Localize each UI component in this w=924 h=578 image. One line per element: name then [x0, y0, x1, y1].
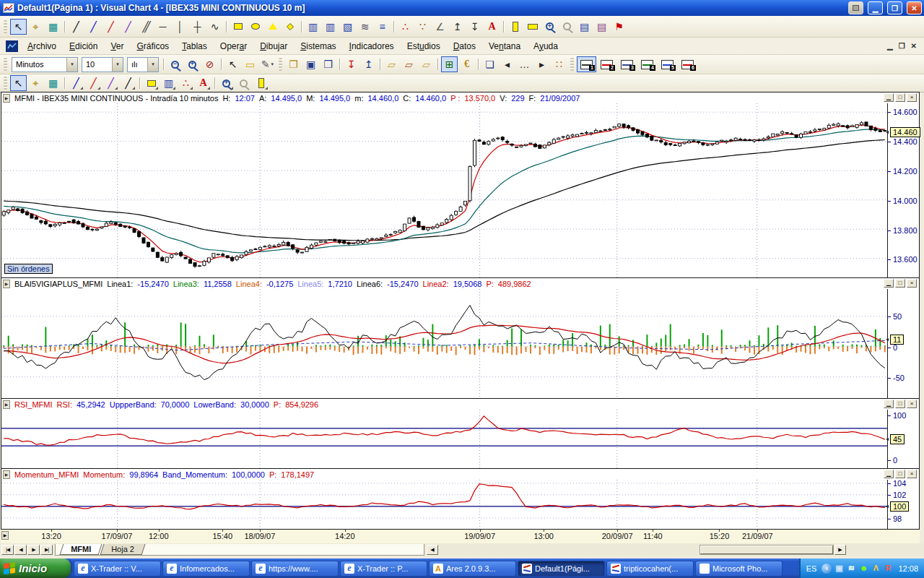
flag-tool[interactable]: ⚑ [611, 19, 627, 35]
export-data-button[interactable]: ↥ [360, 56, 377, 72]
sheet-tab-hoja-2[interactable]: Hoja 2 [100, 544, 146, 555]
manage-symbols-button[interactable]: ▱ [401, 56, 417, 72]
trendline-red-2[interactable]: ╱ [85, 75, 102, 91]
show-stats-tool[interactable]: ▤ [593, 19, 610, 35]
menu-graficos[interactable]: Gráficos [130, 40, 175, 53]
volume-tray-icon[interactable]: ≋ [846, 563, 856, 574]
broker-key-button[interactable]: € [458, 56, 475, 72]
zoom-restore-tool-2[interactable] [235, 75, 252, 91]
sheet-nav-prev[interactable]: ◀ [14, 545, 27, 555]
mdi-restore-icon[interactable]: ❐ [899, 42, 905, 50]
taskbar-task[interactable]: tripticocahen(... [606, 561, 694, 577]
panel-collapse-button[interactable]: ▶ [3, 400, 10, 409]
trendline-black-2[interactable]: ╱ [120, 75, 136, 91]
trendline-blue-2[interactable]: ╱ [68, 75, 84, 91]
panel-minimize-icon[interactable]: ▁ [884, 279, 894, 288]
next-page-button[interactable]: ▸ [533, 56, 550, 72]
view-3-button[interactable]: 3 [617, 56, 637, 72]
open-button[interactable]: ❐ [285, 56, 302, 72]
panel-collapse-button[interactable]: ▶ [3, 94, 10, 103]
chart-window-icon[interactable] [6, 40, 18, 52]
registry-tray-icon[interactable]: R [883, 563, 893, 574]
menu-sistemas[interactable]: Sistemas [294, 40, 342, 53]
menu-indicadores[interactable]: Indicadores [343, 40, 401, 53]
arrow-up-tool[interactable]: ↥ [449, 19, 466, 35]
panel-close-icon[interactable]: × [907, 470, 917, 478]
scrollbar-track[interactable] [699, 545, 834, 555]
price-plot[interactable]: Sin órdenes [1, 103, 887, 277]
time-axis-plot[interactable]: ▶ 13:2017/09/0712:0015:4018/09/0714:2019… [1, 530, 888, 543]
diamond-tool[interactable] [282, 19, 298, 35]
curve-tool[interactable]: ∿ [206, 19, 223, 35]
pattern-box-tool[interactable]: ▦ [45, 19, 61, 35]
view-2-button[interactable]: 2 [597, 56, 616, 72]
momentum-axis[interactable]: 10410298100 [887, 480, 919, 529]
scatter-marks-tool-2[interactable]: ∴ [178, 75, 194, 91]
taskbar-task[interactable]: eInfomercados... [162, 561, 250, 577]
taskbar-task[interactable]: eX-Trader :: V... [74, 561, 161, 577]
toolbar-grip[interactable] [570, 58, 574, 71]
panel-minimize-icon[interactable]: ▁ [884, 470, 894, 478]
save-all-button[interactable]: ❒ [320, 56, 336, 72]
page-list-button[interactable]: … [516, 56, 533, 72]
trendline-blue[interactable]: ╱ [85, 19, 102, 35]
fibonacci-tool[interactable]: ▥ [322, 19, 339, 35]
manage-pages-button[interactable]: ▱ [383, 56, 400, 72]
ares-tray-icon[interactable]: Λ [871, 563, 881, 574]
menu-datos[interactable]: Datos [447, 40, 482, 53]
restore-button[interactable]: ❐ [887, 1, 902, 14]
panel-close-icon[interactable]: × [907, 400, 917, 408]
vertical-band-tool[interactable] [507, 19, 523, 35]
menu-estudios[interactable]: Estudios [401, 40, 447, 53]
taskbar-task[interactable]: eX-Trader :: P... [340, 561, 427, 577]
zoom-out-button[interactable]: − [167, 56, 183, 72]
cycle-lines-tool[interactable]: ▥ [305, 19, 321, 35]
app-icon[interactable] [3, 3, 14, 13]
arcs-tool[interactable]: ≋ [357, 19, 373, 35]
link-windows-button[interactable]: ∷ [551, 56, 567, 72]
accounts-button[interactable]: ⊞ [441, 56, 458, 72]
taskbar-task[interactable]: AAres 2.0.9.3... [429, 561, 516, 577]
zoom-area-tool-2[interactable]: + [218, 75, 235, 91]
minimize-button[interactable]: ▁ [868, 1, 883, 14]
mdi-close-icon[interactable]: ✕ [911, 42, 917, 50]
rsi-plot[interactable] [1, 410, 887, 468]
momentum-plot[interactable] [1, 480, 887, 529]
panel-maximize-icon[interactable]: □ [895, 470, 905, 478]
menu-archivo[interactable]: Archivo [21, 40, 63, 53]
triangle-tool[interactable] [264, 19, 281, 35]
menu-ver[interactable]: Ver [104, 40, 130, 53]
tab-scroll-left-button[interactable]: ◀ [427, 545, 438, 555]
chart-annotation-tool[interactable]: ▧ [339, 19, 356, 35]
draw-pen-button[interactable]: ✎▾ [259, 56, 276, 72]
scatter-marks-tool[interactable]: ∴ [397, 19, 414, 35]
sheet-nav-next[interactable]: ▶ [27, 545, 40, 555]
time-axis-scroll-button[interactable]: ▶ [1, 531, 9, 540]
trendline-red[interactable]: ╱ [103, 19, 119, 35]
vertical-band-tool-2[interactable] [253, 75, 269, 91]
scroll-right-button[interactable]: ▶ [834, 545, 846, 555]
pointer-button[interactable]: ↖ [225, 56, 241, 72]
taskbar-task[interactable]: Default1(Pági... [518, 561, 605, 577]
clock[interactable]: 12:08 [896, 564, 918, 573]
text-tool[interactable]: A [484, 19, 500, 35]
panel-collapse-button[interactable]: ▶ [3, 470, 10, 479]
view-6-button[interactable]: 6 [678, 56, 697, 72]
pattern-box-tool-2[interactable]: ▦ [45, 75, 61, 91]
view-1-button[interactable]: 1 [577, 56, 596, 72]
toolbar-grip[interactable] [279, 58, 282, 71]
toolbar-grip[interactable] [4, 20, 7, 33]
menu-ventana[interactable]: Ventana [482, 40, 527, 53]
taskbar-task[interactable]: ehttps://www.... [251, 561, 339, 577]
panel-close-icon[interactable]: × [907, 279, 917, 288]
sheet-nav-last[interactable]: ▶| [40, 545, 53, 555]
messenger-tray-icon[interactable]: ☻ [858, 563, 868, 574]
angle-tool[interactable]: ∠ [432, 19, 448, 35]
zoom-restore-tool[interactable] [559, 19, 575, 35]
menu-dibujar[interactable]: Dibujar [253, 40, 294, 53]
horizontal-band-tool[interactable] [524, 19, 541, 35]
trendline-black[interactable]: ╱ [68, 19, 84, 35]
arrow-down-tool[interactable]: ↧ [466, 19, 483, 35]
pointer-note-button[interactable]: ▭ [242, 56, 258, 72]
horizontal-line-tool[interactable]: ─ [154, 19, 171, 35]
